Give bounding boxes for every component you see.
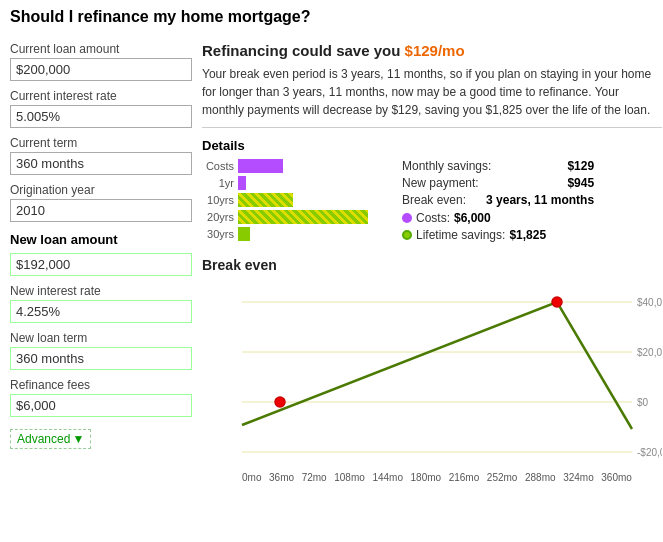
new-section-title: New loan amount [10,232,192,247]
field-new-term: New loan term [10,331,192,370]
field-new-rate: New interest rate [10,284,192,323]
break-even-title: Break even [202,257,662,273]
input-orig-year[interactable] [10,199,192,222]
page-title: Should I refinance my home mortgage? [0,0,663,32]
field-current-term: Current term [10,136,192,175]
label-new-rate: New interest rate [10,284,192,298]
input-current-loan[interactable] [10,58,192,81]
stat-break-even: Break even: 3 years, 11 months [402,193,594,207]
bar-row-30yr: 30yrs [202,227,382,241]
input-refi-fees[interactable] [10,394,192,417]
bar-20yr [238,210,368,224]
field-orig-year: Origination year [10,183,192,222]
stat-monthly-savings: Monthly savings: $129 [402,159,594,173]
field-refi-fees: Refinance fees [10,378,192,417]
right-panel: Refinancing could save you $129/mo Your … [202,42,662,477]
stat-new-payment: New payment: $945 [402,176,594,190]
field-current-loan: Current loan amount [10,42,192,81]
chevron-down-icon: ▼ [72,432,84,446]
bar-30yr [238,227,250,241]
legend-savings: Lifetime savings: $1,825 [402,228,594,242]
left-panel: Current loan amount Current interest rat… [10,42,192,477]
break-even-line [242,302,632,429]
bar-row-10yr: 10yrs [202,193,382,207]
main-container: Current loan amount Current interest rat… [0,32,663,487]
details-section: Costs 1yr 10yrs 20yrs [202,159,662,245]
field-current-rate: Current interest rate [10,89,192,128]
bar-10yr [238,193,293,207]
savings-amount: $129/mo [405,42,465,59]
label-refi-fees: Refinance fees [10,378,192,392]
savings-dot [402,230,412,240]
bar-row-1yr: 1yr [202,176,382,190]
ylabel-40k: $40,000 [637,297,662,308]
dot-peak [552,297,562,307]
label-orig-year: Origination year [10,183,192,197]
ylabel-0: $0 [637,397,649,408]
input-current-term[interactable] [10,152,192,175]
description-text: Your break even period is 3 years, 11 mo… [202,65,662,128]
bar-1yr [238,176,246,190]
break-even-chart-container: $40,000 $20,000 $0 -$20,000 [212,277,662,477]
advanced-link[interactable]: Advanced ▼ [10,429,91,449]
break-even-svg: $40,000 $20,000 $0 -$20,000 [212,277,662,477]
input-new-loan[interactable] [10,253,192,276]
legend-costs: Costs: $6,000 [402,211,594,225]
label-current-loan: Current loan amount [10,42,192,56]
input-new-rate[interactable] [10,300,192,323]
stats-table: Monthly savings: $129 New payment: $945 … [402,159,594,245]
input-new-term[interactable] [10,347,192,370]
label-new-term: New loan term [10,331,192,345]
label-current-rate: Current interest rate [10,89,192,103]
label-current-term: Current term [10,136,192,150]
dot-break-even [275,397,285,407]
ylabel-neg20k: -$20,000 [637,447,662,458]
field-new-loan [10,253,192,276]
bar-row-costs: Costs [202,159,382,173]
savings-headline: Refinancing could save you $129/mo [202,42,662,59]
ylabel-20k: $20,000 [637,347,662,358]
details-title: Details [202,138,662,153]
costs-dot [402,213,412,223]
bar-costs [238,159,283,173]
input-current-rate[interactable] [10,105,192,128]
bar-chart: Costs 1yr 10yrs 20yrs [202,159,382,245]
advanced-label: Advanced [17,432,70,446]
bar-row-20yr: 20yrs [202,210,382,224]
